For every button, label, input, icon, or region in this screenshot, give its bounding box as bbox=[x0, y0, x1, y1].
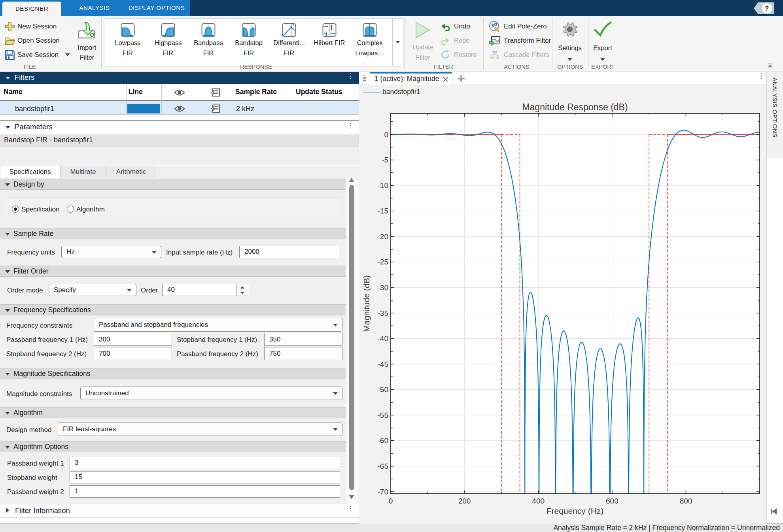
svg-text:600: 600 bbox=[606, 497, 618, 505]
svg-text:-70: -70 bbox=[378, 488, 388, 496]
svg-text:?: ? bbox=[765, 5, 769, 12]
svg-text:-10: -10 bbox=[378, 181, 388, 190]
svg-text:-55: -55 bbox=[378, 411, 388, 419]
svg-text:-j: -j bbox=[324, 30, 327, 36]
svg-text:Magnitude (dB): Magnitude (dB) bbox=[362, 275, 371, 332]
svg-text:Frequency (Hz): Frequency (Hz) bbox=[547, 506, 604, 515]
svg-text:400: 400 bbox=[532, 497, 545, 505]
svg-text:-25: -25 bbox=[378, 258, 388, 266]
svg-text:-60: -60 bbox=[378, 436, 388, 445]
svg-text:0: 0 bbox=[389, 497, 393, 505]
svg-text:-30: -30 bbox=[378, 283, 388, 292]
svg-text:-45: -45 bbox=[378, 360, 388, 368]
svg-text:-15: -15 bbox=[378, 207, 388, 215]
svg-text:-50: -50 bbox=[378, 385, 388, 394]
svg-text:-35: -35 bbox=[378, 309, 388, 317]
svg-text:-65: -65 bbox=[378, 462, 388, 470]
svg-text:200: 200 bbox=[458, 497, 471, 505]
svg-text:-5: -5 bbox=[382, 156, 388, 164]
svg-text:-40: -40 bbox=[378, 334, 388, 343]
svg-text:Magnitude Response (dB): Magnitude Response (dB) bbox=[522, 102, 628, 112]
svg-text:-20: -20 bbox=[378, 232, 388, 241]
svg-text:0: 0 bbox=[384, 130, 388, 139]
svg-text:j: j bbox=[331, 24, 333, 30]
svg-text:800: 800 bbox=[680, 497, 692, 505]
